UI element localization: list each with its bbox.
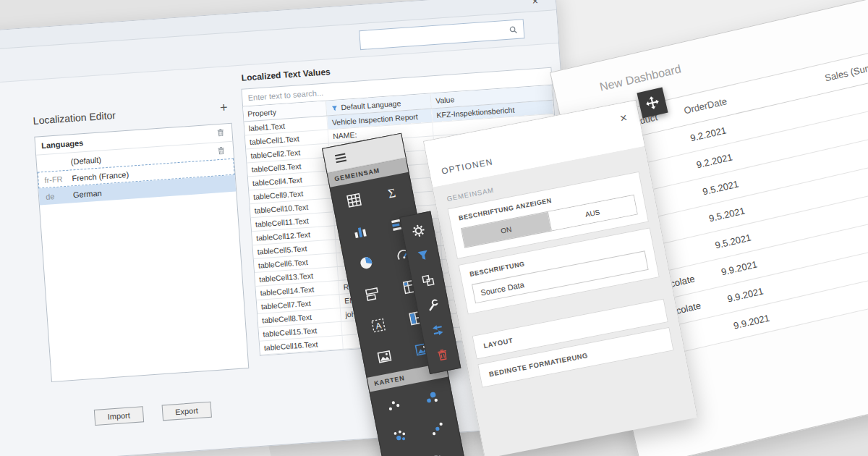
points-icon[interactable] (415, 410, 459, 448)
delete-language-icon[interactable] (216, 145, 226, 156)
export-button[interactable]: Export (161, 402, 211, 421)
language-name: (Default) (70, 155, 101, 166)
swap-icon[interactable] (425, 317, 450, 342)
svg-text:A: A (375, 321, 382, 330)
close-icon[interactable]: × (532, 0, 538, 6)
languages-header-label: Languages (41, 138, 84, 150)
language-code (43, 161, 71, 164)
language-name: French (France) (72, 169, 129, 182)
svg-text:Σ: Σ (386, 185, 396, 201)
language-name: German (73, 188, 102, 199)
filter-pin-icon (331, 104, 339, 112)
filter-icon[interactable] (410, 242, 435, 268)
trash-icon[interactable] (430, 342, 455, 368)
dashboard-title: New Dashboard (598, 62, 682, 93)
languages-panel-header: Localization Editor + (33, 101, 231, 127)
add-language-button[interactable]: + (220, 101, 229, 114)
close-icon[interactable]: × (619, 111, 629, 125)
languages-list-box: Languages (Default)fr-FRFrench (France)d… (34, 123, 249, 382)
gear-icon[interactable] (405, 218, 430, 243)
search-icon (508, 24, 519, 35)
window-search-input[interactable] (359, 19, 524, 50)
language-code: fr-FR (44, 174, 72, 185)
layout-icon[interactable] (415, 268, 441, 293)
page-title: Localization Editor (33, 109, 116, 127)
cluster-icon[interactable] (378, 417, 421, 455)
scene: × Localization Editor + Languages (Defau… (0, 0, 868, 456)
menu-icon (333, 150, 348, 165)
redo-icon[interactable] (430, 453, 444, 456)
move-icon (644, 94, 661, 111)
language-code: de (46, 190, 74, 201)
languages-actions: Import Export (54, 399, 252, 428)
image-icon[interactable] (362, 337, 406, 376)
options-title: OPTIONEN (441, 156, 494, 177)
languages-panel: Localization Editor + Languages (Default… (30, 72, 252, 428)
wrench-icon[interactable] (420, 292, 445, 318)
delete-language-icon[interactable] (216, 127, 226, 138)
import-button[interactable]: Import (94, 406, 144, 426)
